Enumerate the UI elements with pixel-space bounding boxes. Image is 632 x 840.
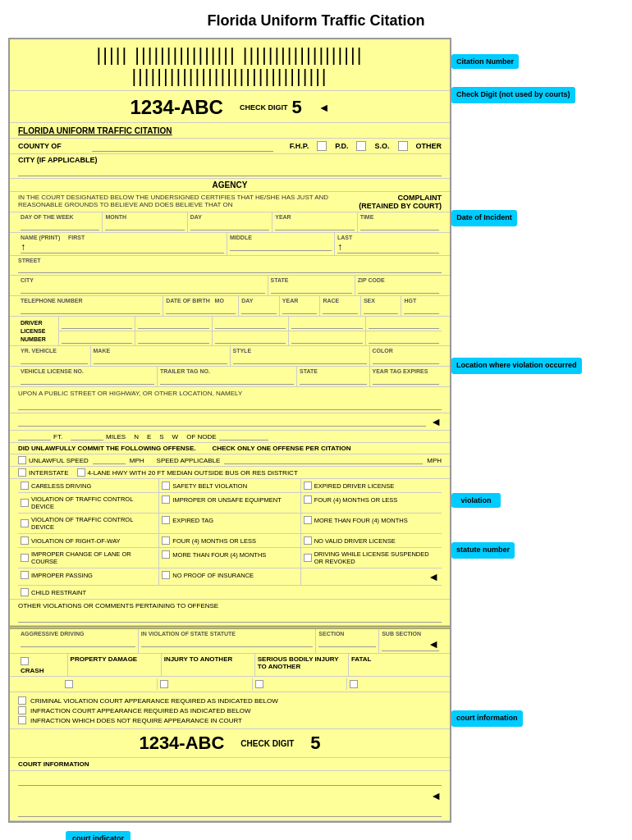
day-field[interactable] xyxy=(190,221,269,231)
court-info-field-2[interactable] xyxy=(18,806,442,817)
expired-dl-checkbox[interactable] xyxy=(304,482,312,490)
lic2[interactable] xyxy=(135,317,212,331)
day2-field[interactable] xyxy=(241,304,277,314)
color-field[interactable] xyxy=(373,354,440,364)
time-field[interactable] xyxy=(360,221,439,231)
middle-field[interactable] xyxy=(230,241,332,251)
four-months-less-checkbox-2[interactable] xyxy=(162,536,170,545)
last-field[interactable]: ↑ xyxy=(337,241,439,253)
improper-equipment-checkbox[interactable] xyxy=(162,495,170,504)
state-field[interactable] xyxy=(271,284,352,294)
location-sub-field[interactable] xyxy=(18,417,426,427)
lic9[interactable] xyxy=(289,331,365,345)
in-violation-field[interactable] xyxy=(141,637,314,647)
improper-change-checkbox[interactable] xyxy=(21,554,29,562)
unlawful-speed-check: UNLAWFUL SPEED xyxy=(18,456,89,464)
four-months-less-checkbox-1[interactable] xyxy=(304,495,312,504)
yr-vehicle-field[interactable] xyxy=(21,354,88,364)
year-tag-field[interactable] xyxy=(373,375,440,385)
section-field[interactable] xyxy=(318,637,376,647)
dob-field[interactable] xyxy=(166,304,236,314)
hgt-cell: HGT xyxy=(401,296,442,316)
ft-field[interactable] xyxy=(18,432,51,441)
aggressive-field[interactable] xyxy=(21,637,135,647)
expired-tag-checkbox[interactable] xyxy=(162,516,170,524)
court-info-field-1[interactable] xyxy=(18,774,442,786)
lic4[interactable] xyxy=(289,317,365,331)
lic10[interactable] xyxy=(366,331,442,345)
zip-field[interactable] xyxy=(358,284,439,294)
unlawful-speed-checkbox[interactable] xyxy=(18,456,26,464)
state2-field[interactable] xyxy=(300,375,367,385)
dob-label: DATE OF BIRTH MO xyxy=(166,298,236,304)
name-print-field[interactable]: ↑ xyxy=(21,241,224,253)
crash-checkbox[interactable] xyxy=(21,657,29,665)
crash-label-cell: CRASH xyxy=(18,654,68,676)
safety-belt-checkbox[interactable] xyxy=(162,482,170,490)
miles-field[interactable] xyxy=(71,432,103,441)
so-radio[interactable] xyxy=(398,141,408,151)
vtc-checkbox[interactable] xyxy=(21,499,29,507)
no-valid-dl-checkbox[interactable] xyxy=(304,536,312,545)
hgt-field[interactable] xyxy=(404,304,439,314)
lic7[interactable] xyxy=(135,331,212,345)
injury-checkbox[interactable] xyxy=(160,680,168,688)
year2-field[interactable] xyxy=(282,304,318,314)
more-than-four-checkbox-2[interactable] xyxy=(162,550,170,559)
vtcd-checkbox[interactable] xyxy=(21,519,29,527)
street-field[interactable] xyxy=(18,263,442,273)
careless-driving-checkbox[interactable] xyxy=(21,482,29,490)
middle-label: MIDDLE xyxy=(230,235,332,240)
state2-label: STATE xyxy=(300,368,367,374)
serious-checkbox[interactable] xyxy=(255,680,263,688)
make-field[interactable] xyxy=(94,354,227,364)
trailer-tag-field[interactable] xyxy=(160,375,294,385)
four-lane-checkbox[interactable] xyxy=(77,468,85,477)
violation-arrow-cell: ◄ xyxy=(301,568,442,585)
sex-field[interactable] xyxy=(364,304,399,314)
location-arrow-row: ◄ xyxy=(10,413,450,431)
row-checkbox[interactable] xyxy=(21,536,29,545)
speed-field[interactable] xyxy=(93,456,126,464)
other-violations-field[interactable] xyxy=(18,611,442,623)
driving-while-checkbox[interactable] xyxy=(304,554,312,562)
improper-passing-checkbox[interactable] xyxy=(21,571,29,579)
prop-dmg-checkbox[interactable] xyxy=(65,680,73,688)
criminal-violation-checkbox[interactable] xyxy=(18,696,26,705)
more-than-four-checkbox-1[interactable] xyxy=(304,516,312,524)
ft-miles-row: FT. MILES N E S W xyxy=(10,431,450,443)
lic5[interactable] xyxy=(366,317,442,331)
lic6[interactable] xyxy=(59,331,135,345)
speed-applicable-field[interactable] xyxy=(224,456,423,464)
check-digit-label: CHECK DIGIT xyxy=(240,103,288,112)
violation-annotation-text: violation xyxy=(460,496,491,504)
interstate-checkbox[interactable] xyxy=(18,468,26,477)
more-than-four-item-2: MORE THAN FOUR (4) MONTHS xyxy=(162,550,297,559)
crash-label: CRASH xyxy=(21,667,44,674)
lic1[interactable] xyxy=(59,317,135,331)
pd-radio[interactable] xyxy=(356,141,366,151)
location-field[interactable] xyxy=(18,399,442,410)
lic3[interactable] xyxy=(213,317,289,331)
expired-dl-item: EXPIRED DRIVER LICENSE xyxy=(304,482,439,490)
child-restraint-checkbox[interactable] xyxy=(21,588,29,596)
sub-section-field[interactable]: ◄ xyxy=(382,637,439,651)
year-field[interactable] xyxy=(275,221,354,231)
no-proof-checkbox[interactable] xyxy=(162,571,170,579)
city-field[interactable] xyxy=(21,284,265,294)
lic8[interactable] xyxy=(213,331,289,345)
agency-label: AGENCY xyxy=(213,180,248,189)
county-field[interactable] xyxy=(92,140,273,152)
day-of-week-field[interactable] xyxy=(21,221,99,231)
style-field[interactable] xyxy=(233,354,367,364)
infraction-appearance-checkbox[interactable] xyxy=(18,706,26,714)
of-node-field[interactable] xyxy=(219,432,268,441)
race-field[interactable] xyxy=(323,304,358,314)
vehicle-license-field[interactable] xyxy=(21,375,154,385)
infraction-no-appearance-checkbox[interactable] xyxy=(18,716,26,724)
fhp-radio[interactable] xyxy=(317,141,327,151)
no-valid-dl-item: NO VALID DRIVER LICENSE xyxy=(304,536,439,545)
phone-field[interactable] xyxy=(21,304,160,314)
month-field[interactable] xyxy=(105,221,184,231)
fatal-checkbox[interactable] xyxy=(350,680,358,688)
